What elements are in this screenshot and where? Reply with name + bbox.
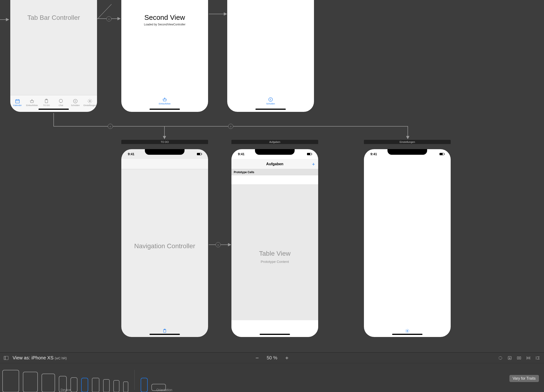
update-frames-icon[interactable]	[498, 356, 503, 360]
device-caption: Device	[61, 388, 71, 392]
tab-kalender[interactable]: Kalender	[10, 95, 25, 112]
trait-bar-row1: View as: iPhone XS (wC hR) − 50 % +	[0, 353, 544, 363]
home-indicator	[260, 334, 290, 335]
controller-placeholder-title: Tab Bar Controller	[10, 14, 97, 21]
svg-point-12	[59, 99, 63, 103]
tab-schulden[interactable]: € Schulden	[261, 97, 280, 107]
nav-title: Aufgaben	[266, 162, 284, 166]
toggle-document-outline-button[interactable]	[4, 356, 8, 360]
embed-in-icon[interactable]	[507, 356, 512, 360]
battery-icon	[439, 153, 444, 155]
orientation-caption: Orientation	[156, 388, 172, 392]
segue-relationship-icon[interactable]: ⌾	[228, 124, 233, 129]
tab-label: Einstellungen	[83, 104, 96, 107]
home-indicator	[149, 109, 180, 110]
nav-bar	[121, 159, 208, 169]
tab-label: Schulden	[71, 104, 80, 107]
device-iphone-xs[interactable]	[81, 378, 88, 392]
status-time: 9:41	[238, 152, 244, 156]
pin-constraints-icon[interactable]	[526, 356, 531, 360]
zoom-controls: − 50 % +	[254, 355, 290, 361]
view-as-label[interactable]: View as: iPhone XS (wC hR)	[13, 355, 67, 361]
table-view-subtitle: Prototype Content	[231, 260, 318, 264]
scene-tab-bar-controller[interactable]: Tab Bar Controller Kalender Einkaufslist…	[10, 0, 97, 112]
euro-icon: €	[268, 97, 273, 102]
nav-bar: Aufgaben +	[231, 159, 318, 169]
controller-placeholder-title: Navigation Controller	[121, 242, 208, 250]
align-icon[interactable]	[516, 356, 522, 360]
layout-tools	[498, 356, 540, 360]
trait-variation-bar: View as: iPhone XS (wC hR) − 50 % +	[0, 352, 544, 392]
vary-for-traits-button[interactable]: Vary for Traits	[509, 375, 539, 382]
table-view-body[interactable]: Table View Prototype Content	[231, 184, 318, 320]
tab-label: Chat	[59, 104, 63, 107]
device-ipad-pro-11[interactable]	[23, 372, 38, 392]
resolve-issues-icon[interactable]	[535, 356, 540, 360]
tab-label: Einkaufsliste	[26, 104, 38, 107]
home-indicator	[255, 109, 286, 110]
home-indicator	[392, 334, 422, 335]
svg-rect-6	[16, 99, 20, 103]
notch	[255, 149, 295, 155]
device-iphone-8[interactable]	[103, 379, 110, 392]
basket-icon	[30, 98, 35, 104]
scene-einstellungen[interactable]: 9:41	[364, 149, 451, 337]
scene-second-view[interactable]: Second View Loaded by SecondViewControll…	[121, 0, 208, 112]
zoom-level: 50 %	[267, 355, 277, 361]
device-ipad[interactable]	[41, 374, 55, 392]
scene-schulden[interactable]: € Schulden	[227, 0, 314, 112]
prototype-cell[interactable]	[231, 175, 318, 184]
battery-icon	[307, 153, 312, 155]
tab-label: TO DO	[43, 104, 50, 107]
segue-relationship-icon[interactable]: ⌾	[106, 16, 112, 21]
segue-relationship-icon[interactable]: ⌾	[108, 124, 113, 129]
prototype-cells-header: Prototype Cells	[231, 169, 318, 175]
tab-schulden[interactable]: € Schulden	[68, 95, 83, 112]
battery-icon	[197, 153, 201, 155]
svg-point-15	[89, 100, 90, 102]
scene-bar-aufgaben[interactable]: Aufgaben	[231, 140, 318, 144]
home-indicator	[149, 334, 180, 335]
svg-rect-24	[520, 357, 521, 359]
gear-icon	[87, 98, 92, 104]
zoom-in-button[interactable]: +	[284, 355, 290, 361]
svg-point-20	[407, 330, 408, 332]
add-button[interactable]: +	[312, 161, 315, 167]
orientation-portrait[interactable]	[141, 378, 148, 392]
notch	[387, 149, 427, 155]
second-view-title: Second View	[121, 13, 208, 21]
scene-bar-todo[interactable]: TO DO	[121, 140, 208, 144]
euro-icon: €	[73, 98, 78, 104]
basket-icon	[162, 97, 167, 102]
scene-navigation-controller[interactable]: 9:41 Navigation Controller	[121, 149, 208, 337]
divider	[134, 370, 135, 390]
chat-icon	[58, 98, 64, 104]
tab-label: Schulden	[266, 103, 275, 105]
interface-builder-canvas[interactable]: ⌾ ⌾ ⌾ ⌾ Tab Bar Controller Kalender Eink…	[0, 0, 544, 367]
zoom-out-button[interactable]: −	[254, 355, 260, 361]
svg-text:€: €	[270, 98, 271, 101]
table-view-title: Table View	[231, 250, 318, 257]
device-iphone-4s[interactable]	[123, 381, 128, 392]
clipboard-icon	[44, 98, 49, 104]
home-indicator	[38, 109, 69, 110]
trait-bar-row2: Device Orientation Vary for Traits	[0, 363, 544, 392]
tab-einkaufsliste[interactable]: Einkaufsliste	[25, 95, 39, 112]
scene-bar-einstellungen[interactable]: Einstellungen	[364, 140, 451, 144]
notch	[145, 149, 184, 155]
tab-einstellungen[interactable]: Einstellungen	[83, 95, 97, 112]
status-time: 9:41	[128, 152, 134, 156]
segue-relationship-icon[interactable]: ⌾	[216, 242, 221, 247]
svg-rect-27	[528, 357, 529, 359]
scene-aufgaben-table[interactable]: 9:41 Aufgaben + Prototype Cells Table Vi…	[231, 149, 318, 337]
device-iphone-se[interactable]	[113, 380, 119, 392]
device-iphone-xr[interactable]	[71, 377, 77, 392]
svg-text:€: €	[75, 100, 76, 102]
tab-todo-icon	[162, 329, 167, 334]
device-iphone-8-plus[interactable]	[92, 378, 99, 392]
tab-einstellungen-icon	[405, 329, 410, 334]
second-view-subtitle: Loaded by SecondViewController	[121, 23, 208, 26]
svg-rect-23	[517, 357, 519, 359]
tab-einkaufsliste[interactable]: Einkaufsliste	[155, 97, 174, 107]
device-ipad-pro-12[interactable]	[2, 370, 19, 392]
